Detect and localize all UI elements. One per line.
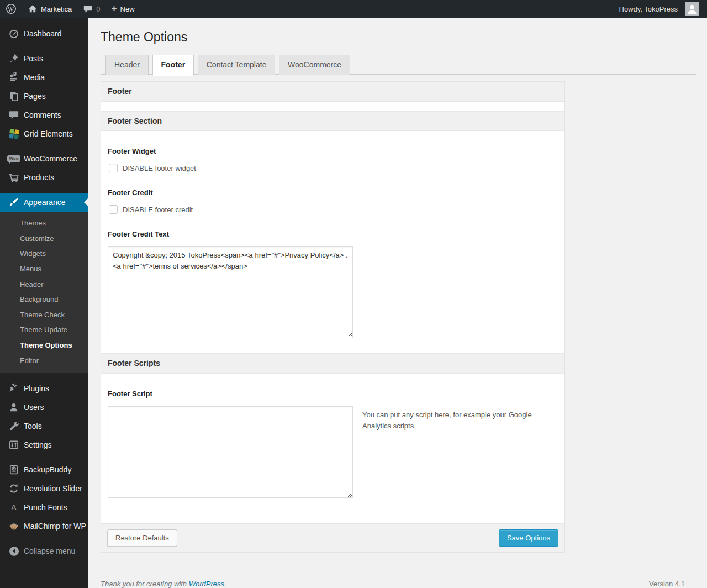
- wordpress-admin-screen: Marketica 0 + New Howdy, TokoPress: [0, 0, 707, 588]
- site-name: Marketica: [41, 5, 72, 13]
- sidebar-item-grid-elements[interactable]: Grid Elements: [0, 124, 88, 143]
- disable-footer-widget-checkbox[interactable]: [109, 164, 118, 172]
- brush-icon: [8, 197, 19, 208]
- sidebar-item-media[interactable]: Media: [0, 68, 88, 87]
- sidebar-item-comments[interactable]: Comments: [0, 106, 88, 124]
- menu-separator: [0, 43, 88, 49]
- collapse-arrow-icon: [8, 545, 19, 556]
- pin-icon: [8, 53, 19, 64]
- tab-header[interactable]: Header: [105, 55, 149, 75]
- plug-icon: [8, 383, 19, 394]
- sidebar-item-settings[interactable]: Settings: [0, 435, 88, 454]
- footer-script-description: You can put any script here, for example…: [362, 410, 534, 432]
- disable-footer-widget-row[interactable]: DISABLE footer widget: [108, 164, 558, 172]
- sidebar-item-woocommerce[interactable]: Woo WooCommerce: [0, 149, 88, 168]
- checkbox-label: DISABLE footer credit: [123, 206, 193, 214]
- wordpress-logo-icon: [6, 3, 17, 14]
- appearance-submenu: Themes Customize Widgets Menus Header Ba…: [0, 212, 88, 373]
- howdy-text: Howdy, TokoPress: [619, 5, 678, 13]
- menu-separator: [0, 373, 88, 379]
- sidebar-item-punch-fonts[interactable]: A Punch Fonts: [0, 498, 88, 517]
- grid-icon: [8, 128, 19, 139]
- comment-count: 0: [96, 5, 100, 13]
- checkbox-label: DISABLE footer widget: [123, 164, 196, 172]
- pages-icon: [8, 91, 19, 102]
- sidebar-item-dashboard[interactable]: Dashboard: [0, 24, 88, 43]
- main-content: Theme Options Header Footer Contact Temp…: [88, 0, 707, 588]
- theme-options-tabs: Header Footer Contact Template WooCommer…: [101, 54, 696, 75]
- new-label: New: [120, 5, 135, 13]
- tab-footer[interactable]: Footer: [152, 55, 194, 76]
- disable-footer-credit-checkbox[interactable]: [109, 205, 118, 214]
- new-content-button[interactable]: + New: [106, 0, 140, 18]
- cart-icon: [8, 172, 19, 183]
- footer-thanks: Thank you for creating with WordPress.: [101, 580, 226, 588]
- save-options-button[interactable]: Save Options: [499, 529, 558, 547]
- submenu-item-customize[interactable]: Customize: [0, 231, 88, 246]
- avatar: [685, 2, 699, 16]
- footer-credit-text-textarea[interactable]: Copyright &copy; 2015 TokoPress<span><a …: [108, 246, 353, 338]
- sidebar-item-label: WooCommerce: [24, 154, 77, 163]
- sidebar-item-label: Settings: [24, 440, 52, 449]
- submenu-item-background[interactable]: Background: [0, 292, 88, 307]
- sidebar-item-label: Products: [24, 173, 54, 182]
- footer-scripts-content: Footer Script You can put any script her…: [101, 390, 564, 523]
- site-menu-button[interactable]: Marketica: [22, 0, 77, 18]
- sidebar-item-label: Punch Fonts: [24, 503, 67, 512]
- sidebar-item-label: Media: [24, 73, 45, 82]
- sidebar-item-label: Grid Elements: [24, 129, 73, 138]
- sidebar-item-revolution-slider[interactable]: Revolution Slider: [0, 479, 88, 498]
- comments-button[interactable]: 0: [77, 0, 105, 18]
- sidebar-item-label: Revolution Slider: [24, 484, 82, 493]
- sidebar-item-tools[interactable]: Tools: [0, 417, 88, 435]
- wp-logo-button[interactable]: [0, 0, 22, 18]
- woocommerce-icon: Woo: [8, 153, 19, 164]
- sidebar-item-pages[interactable]: Pages: [0, 87, 88, 106]
- submenu-item-header[interactable]: Header: [0, 277, 88, 292]
- footer-credit-text-label: Footer Credit Text: [108, 230, 558, 238]
- submenu-item-widgets[interactable]: Widgets: [0, 246, 88, 261]
- sidebar-item-mailchimp[interactable]: MailChimp for WP: [0, 517, 88, 536]
- sidebar-item-posts[interactable]: Posts: [0, 49, 88, 68]
- restore-defaults-button[interactable]: Restore Defaults: [107, 529, 177, 547]
- wrench-icon: [8, 421, 19, 432]
- thanks-period: .: [224, 580, 226, 588]
- submenu-item-theme-check[interactable]: Theme Check: [0, 307, 88, 323]
- submenu-item-themes[interactable]: Themes: [0, 216, 88, 231]
- version-text: Version 4.1: [649, 580, 685, 588]
- thanks-text: Thank you for creating with: [101, 580, 189, 588]
- comment-bubble-icon: [8, 109, 19, 120]
- sidebar-item-backupbuddy[interactable]: BackupBuddy: [0, 460, 88, 479]
- sidebar-item-products[interactable]: Products: [0, 168, 88, 187]
- sidebar-item-label: Dashboard: [24, 29, 62, 38]
- admin-bar-right: Howdy, TokoPress: [614, 0, 707, 18]
- submenu-item-theme-options[interactable]: Theme Options: [0, 338, 88, 353]
- collapse-menu-button[interactable]: Collapse menu: [0, 542, 88, 560]
- collapse-menu-label: Collapse menu: [24, 547, 75, 555]
- dashboard-icon: [8, 28, 19, 39]
- menu-separator: [0, 454, 88, 460]
- wordpress-link[interactable]: WordPress: [189, 580, 224, 588]
- sidebar-item-label: Users: [24, 403, 44, 412]
- admin-bar-left: Marketica 0 + New: [0, 0, 140, 18]
- footer-script-textarea[interactable]: [108, 406, 353, 498]
- submenu-item-menus[interactable]: Menus: [0, 261, 88, 277]
- mailchimp-icon: [8, 521, 19, 532]
- submenu-item-theme-update[interactable]: Theme Update: [0, 322, 88, 338]
- account-menu-button[interactable]: Howdy, TokoPress: [614, 0, 707, 18]
- sidebar-item-users[interactable]: Users: [0, 398, 88, 417]
- sidebar-item-label: Appearance: [24, 198, 66, 207]
- sidebar-item-plugins[interactable]: Plugins: [0, 379, 88, 398]
- tab-contact-template[interactable]: Contact Template: [198, 55, 276, 75]
- footer-section-content: Footer Widget DISABLE footer widget Foot…: [101, 147, 564, 353]
- submenu-item-editor[interactable]: Editor: [0, 353, 88, 369]
- menu-separator: [0, 536, 88, 542]
- menu-separator: [0, 143, 88, 149]
- sidebar-item-label: Pages: [24, 92, 46, 101]
- footer-section-bar: Footer Section: [101, 111, 564, 132]
- plus-icon: +: [112, 4, 117, 13]
- admin-footer: Thank you for creating with WordPress. V…: [101, 580, 685, 588]
- sidebar-item-appearance[interactable]: Appearance: [0, 193, 88, 212]
- disable-footer-credit-row[interactable]: DISABLE footer credit: [108, 205, 558, 214]
- tab-woocommerce[interactable]: WooCommerce: [279, 55, 350, 75]
